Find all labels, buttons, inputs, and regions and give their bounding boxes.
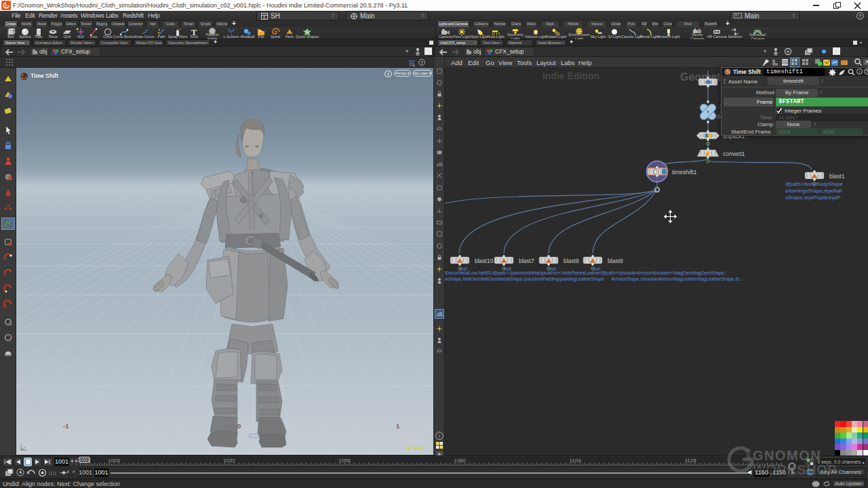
svg-text:blast8: blast8	[608, 258, 623, 264]
svg-text:timeshift1: timeshift1	[672, 169, 697, 176]
svg-text:convert1: convert1	[723, 150, 745, 157]
svg-text:1032: 1032	[223, 458, 235, 464]
svg-text:tDecorMetalLow,/belt01/@path=\: tDecorMetalLow,/belt01/@path=\/pauldronM…	[445, 270, 726, 276]
svg-text:blast1: blast1	[829, 173, 845, 180]
svg-text:blast9: blast9	[564, 258, 579, 264]
svg-text:blast10: blast10	[475, 258, 494, 264]
svg-text:@path=/body/bodyShape: @path=/body/bodyShape	[785, 181, 843, 187]
svg-text:1128: 1128	[684, 458, 696, 464]
svg-text:1080: 1080	[454, 458, 466, 464]
svg-text:blast7: blast7	[519, 258, 534, 264]
svg-text:1008: 1008	[108, 458, 120, 464]
svg-text:s/earringsShape,/eyeBall: s/earringsShape,/eyeBall	[785, 188, 842, 194]
svg-text:1104: 1104	[569, 458, 581, 464]
svg-text:wShape,/beltGem/beltGemMetalSh: wShape,/beltGem/beltGemMetalShape,/pauld…	[445, 277, 743, 282]
svg-text:1056: 1056	[338, 458, 351, 464]
svg-text:sShape,/eyePupils/eyeP: sShape,/eyePupils/eyeP	[785, 195, 840, 201]
